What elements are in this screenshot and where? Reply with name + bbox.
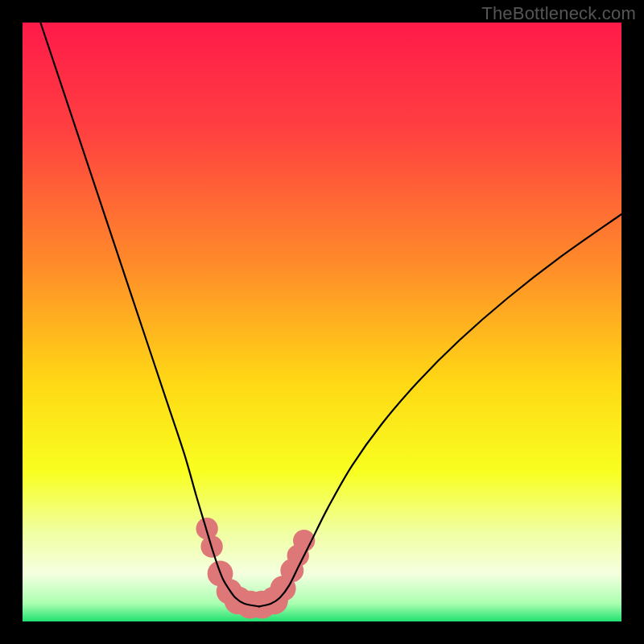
gradient-background — [23, 23, 621, 621]
outer-frame: TheBottleneck.com — [0, 0, 644, 644]
watermark-text: TheBottleneck.com — [481, 3, 636, 24]
plot-area — [23, 23, 621, 621]
chart-svg — [23, 23, 621, 621]
